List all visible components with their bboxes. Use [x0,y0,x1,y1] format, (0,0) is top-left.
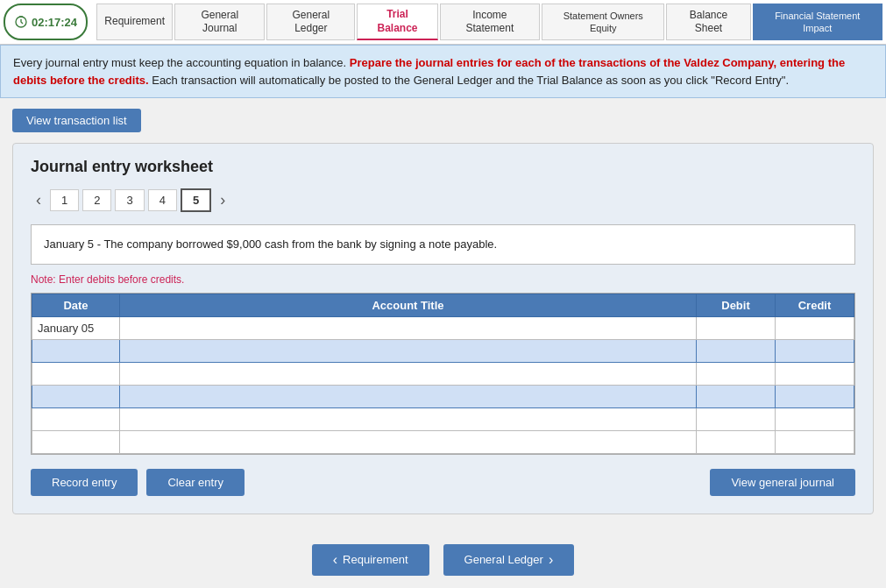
prev-tab-arrow[interactable]: ‹ [31,189,46,211]
debit-input-6[interactable] [697,431,775,453]
worksheet-title: Journal entry worksheet [31,158,855,176]
next-arrow-icon [549,552,553,568]
timer-icon [14,15,28,29]
account-input-1[interactable] [120,317,696,339]
date-cell-2 [32,339,120,362]
tab-num-4[interactable]: 4 [148,189,177,211]
credit-cell-2[interactable] [776,339,854,362]
col-header-date: Date [32,294,120,316]
date-cell-3 [32,362,120,385]
account-cell-4[interactable] [120,385,697,407]
tab-income-statement[interactable]: Income Statement [440,4,540,40]
debit-cell-1[interactable] [697,316,776,339]
debit-cell-5[interactable] [697,407,776,430]
info-text-normal1: Every journal entry must keep the accoun… [13,56,350,69]
credit-cell-1[interactable] [776,316,854,339]
timer-badge: 02:17:24 [4,4,88,40]
date-cell-5 [32,407,120,430]
debit-input-1[interactable] [697,317,775,339]
table-row [32,385,854,407]
tab-trial-balance[interactable]: Trial Balance [357,4,437,40]
table-row [32,407,854,430]
next-nav-label: General Ledger [464,553,543,566]
top-navigation: 02:17:24 Requirement General Journal Gen… [0,0,886,45]
credit-input-5[interactable] [776,408,854,430]
view-transaction-area: View transaction list [0,98,886,143]
account-input-3[interactable] [120,363,696,385]
prev-arrow-icon [333,552,337,568]
clear-entry-button[interactable]: Clear entry [146,469,245,496]
account-input-4[interactable] [120,386,696,407]
tab-financial-statement-impact[interactable]: Financial Statement Impact [753,4,882,40]
account-input-6[interactable] [120,431,696,453]
debit-input-3[interactable] [697,363,775,385]
credit-input-3[interactable] [776,363,854,385]
date-cell-4 [32,385,120,407]
journal-table: Date Account Title Debit Credit January … [32,294,854,454]
table-row [32,362,854,385]
date-cell-1: January 05 [32,316,120,339]
action-buttons: Record entry Clear entry View general jo… [31,469,855,496]
col-header-credit: Credit [776,294,854,316]
transaction-description: January 5 - The company borrowed $9,000 … [31,224,855,265]
tab-num-3[interactable]: 3 [115,189,144,211]
debit-input-2[interactable] [697,340,775,362]
note-text: Note: Enter debits before credits. [31,273,855,286]
tab-statement-owners-equity[interactable]: Statement Owners Equity [542,4,664,40]
tab-general-journal[interactable]: General Journal [174,4,265,40]
prev-nav-label: Requirement [343,553,408,566]
debit-cell-3[interactable] [697,362,776,385]
credit-input-2[interactable] [776,340,854,362]
worksheet-card: Journal entry worksheet ‹ 1 2 3 4 5 › Ja… [12,143,874,514]
tab-requirement[interactable]: Requirement [96,4,173,40]
debit-cell-2[interactable] [697,339,776,362]
tab-num-5[interactable]: 5 [181,188,211,212]
record-entry-button[interactable]: Record entry [31,469,138,496]
credit-cell-5[interactable] [776,407,854,430]
debit-cell-6[interactable] [697,430,776,453]
main-content: Journal entry worksheet ‹ 1 2 3 4 5 › Ja… [0,143,886,527]
timer-value: 02:17:24 [32,16,77,29]
next-nav-button[interactable]: General Ledger [443,544,575,576]
table-row [32,430,854,453]
credit-cell-3[interactable] [776,362,854,385]
next-tab-arrow[interactable]: › [215,189,230,211]
credit-input-6[interactable] [776,431,854,453]
credit-input-4[interactable] [776,386,854,407]
table-row [32,339,854,362]
tab-num-1[interactable]: 1 [50,189,79,211]
prev-nav-button[interactable]: Requirement [312,544,429,576]
view-transaction-button[interactable]: View transaction list [12,109,141,132]
account-cell-3[interactable] [120,362,697,385]
info-banner: Every journal entry must keep the accoun… [0,45,886,98]
tab-pagination: ‹ 1 2 3 4 5 › [31,188,855,212]
bottom-navigation: Requirement General Ledger [0,527,886,584]
account-cell-6[interactable] [120,430,697,453]
account-cell-1[interactable] [120,316,697,339]
account-input-2[interactable] [120,340,696,362]
credit-cell-6[interactable] [776,430,854,453]
col-header-debit: Debit [697,294,776,316]
account-cell-2[interactable] [120,339,697,362]
account-cell-5[interactable] [120,407,697,430]
debit-cell-4[interactable] [697,385,776,407]
date-cell-6 [32,430,120,453]
debit-input-5[interactable] [697,408,775,430]
view-general-journal-button[interactable]: View general journal [710,469,855,496]
tab-balance-sheet[interactable]: Balance Sheet [666,4,750,40]
journal-table-wrapper: Date Account Title Debit Credit January … [31,293,855,455]
info-text-normal2: Each transaction will automatically be p… [149,74,789,87]
table-row: January 05 [32,316,854,339]
tab-num-2[interactable]: 2 [82,189,111,211]
debit-input-4[interactable] [697,386,775,407]
credit-input-1[interactable] [776,317,854,339]
account-input-5[interactable] [120,408,696,430]
credit-cell-4[interactable] [776,385,854,407]
tab-general-ledger[interactable]: General Ledger [266,4,355,40]
col-header-account: Account Title [120,294,697,316]
